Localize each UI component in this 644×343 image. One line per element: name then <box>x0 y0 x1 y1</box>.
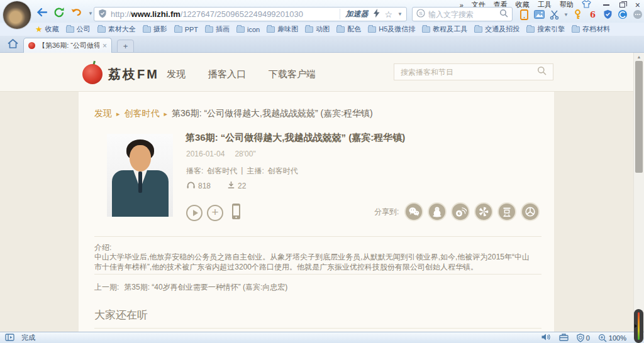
subscribe-button[interactable]: + <box>207 205 223 221</box>
download-count: 22 <box>238 182 246 190</box>
breadcrumb-discover-link[interactable]: 发现 <box>94 108 112 119</box>
sidebar-toggle-icon[interactable] <box>5 333 15 343</box>
tab-close-icon[interactable]: × <box>103 41 107 50</box>
scroll-position-widget[interactable] <box>634 309 643 343</box>
description-label: 介绍: <box>94 242 111 253</box>
site-nav: 发现播客入口下载客户端 <box>167 68 316 80</box>
podcast-link[interactable]: 创客时代 <box>207 166 237 177</box>
bookmark-folder[interactable]: 交通及招投 <box>474 24 519 34</box>
bookmark-folder[interactable]: 摄影 <box>143 24 167 34</box>
toolbox-icon[interactable] <box>559 333 569 342</box>
zoom-control[interactable]: 100% <box>598 334 626 342</box>
bookmark-folder[interactable]: 插画 <box>205 24 230 34</box>
scroll-gradient-bar <box>638 312 640 340</box>
sogou-browser-icon[interactable] <box>617 9 629 21</box>
site-search-magnifier-icon[interactable] <box>537 66 547 78</box>
quick-search-box[interactable]: S <box>412 7 513 21</box>
scrollbar-thumb[interactable] <box>635 61 643 173</box>
undo-button[interactable] <box>70 8 82 19</box>
lightning-icon[interactable] <box>374 9 380 19</box>
more-tools-icon[interactable] <box>632 9 644 21</box>
share-qq-icon[interactable] <box>428 202 447 221</box>
episode-meta: 2016-01-04 28'00" <box>186 150 256 158</box>
password-key-icon[interactable] <box>572 9 584 21</box>
bookmark-folder[interactable]: icon <box>236 24 260 34</box>
host-link[interactable]: 创客时代 <box>268 166 298 177</box>
new-tab-button[interactable]: + <box>117 40 134 53</box>
site-nav-item[interactable]: 播客入口 <box>208 68 246 80</box>
site-logo-text[interactable]: 荔枝FM <box>108 66 159 83</box>
home-button[interactable] <box>7 38 19 52</box>
previous-episode-link[interactable]: 第35期: “40岁再创业需要一种情怀” (嘉宾:向忠宏) <box>124 282 287 293</box>
ad-block-counter[interactable]: 0 <box>577 334 590 342</box>
share-wechat-icon[interactable] <box>404 202 423 221</box>
folder-icon <box>305 26 313 33</box>
send-to-phone-icon[interactable] <box>518 9 530 21</box>
refresh-button[interactable] <box>53 7 65 20</box>
status-text: 完成 <box>21 333 35 342</box>
security-shield-icon[interactable] <box>602 9 614 21</box>
folder-icon <box>143 26 151 33</box>
share-bar: 分享到: <box>374 202 540 221</box>
bookmark-folder[interactable]: PPT <box>174 24 198 34</box>
clipper-scissors-icon[interactable] <box>548 9 560 21</box>
divider <box>94 274 541 275</box>
share-weibo-icon[interactable] <box>451 202 470 221</box>
favorite-dropdown-icon[interactable]: ▼ <box>397 11 402 17</box>
share-douban-icon[interactable] <box>497 202 516 221</box>
guest-photo <box>107 134 173 217</box>
site-security-shield-icon[interactable] <box>98 9 107 20</box>
bookmark-folder-label: 搜索引擎 <box>537 24 565 34</box>
bookmark-folder[interactable]: H5及微信排 <box>368 24 415 34</box>
bookmark-folder-label: 教程及工具 <box>433 24 467 34</box>
share-qzone-icon[interactable] <box>474 202 493 221</box>
breadcrumb-podcast-link[interactable]: 创客时代 <box>125 108 160 119</box>
mobile-listen-button[interactable] <box>230 202 242 224</box>
minimize-button[interactable] <box>603 4 609 6</box>
accelerator-link[interactable]: 加速器 <box>346 9 369 19</box>
speaker-icon[interactable] <box>541 333 551 342</box>
site-nav-item[interactable]: 发现 <box>167 68 186 80</box>
bookmark-folder[interactable]: 存档材料 <box>572 24 610 34</box>
bookmark-folder-label: 插画 <box>216 24 230 34</box>
lizhi-logo-icon[interactable] <box>82 62 103 84</box>
active-tab[interactable]: 【第36期: “公司做得越 × <box>23 38 112 53</box>
bookmark-folder[interactable]: 配色 <box>336 24 361 34</box>
bookmark-folder[interactable]: 教程及工具 <box>422 24 467 34</box>
share-renren-icon[interactable] <box>521 202 540 221</box>
favorite-star-icon[interactable]: ☆ <box>385 10 393 19</box>
bookmark-folder[interactable]: 动图 <box>305 24 330 34</box>
quick-search-magnifier-icon[interactable] <box>499 9 508 20</box>
bookmark-folder-label: 动图 <box>316 24 330 34</box>
undo-dropdown-icon[interactable]: ▼ <box>88 11 93 16</box>
episode-title: 第36期: “公司做得越大,我越战战兢兢” (嘉宾:程华镇) <box>186 132 405 144</box>
extension-badge-icon[interactable]: 6 <box>587 9 599 21</box>
bookmark-folder[interactable]: 公司 <box>66 24 91 34</box>
user-avatar[interactable] <box>3 1 31 29</box>
bookmark-folder-label: H5及微信排 <box>379 24 415 34</box>
clipper-dropdown-icon[interactable]: ▼ <box>564 12 569 18</box>
favorites-button[interactable]: ★ 收藏 <box>35 24 59 34</box>
site-search-input[interactable] <box>401 68 533 77</box>
podcast-host-row: 播客: 创客时代 | 主播: 创客时代 <box>186 166 298 177</box>
nav-buttons: ▼ <box>36 7 93 20</box>
bookmark-folder-label: PPT <box>185 26 198 33</box>
bookmark-folder[interactable]: 搜索引擎 <box>526 24 565 34</box>
site-search-box[interactable] <box>394 63 553 80</box>
address-bar[interactable]: http://www.lizhi.fm/1227647/250965224949… <box>94 7 407 21</box>
share-label: 分享到: <box>374 207 399 217</box>
breadcrumb-arrow-icon: ▸ <box>164 110 168 118</box>
back-button[interactable] <box>36 7 48 20</box>
folder-icon <box>205 26 213 33</box>
page-scrollbar[interactable]: ▲ <box>633 53 644 332</box>
bookmark-folder[interactable]: 素材大全 <box>97 24 136 34</box>
screenshot-image-icon[interactable] <box>533 9 545 21</box>
bookmark-folder[interactable]: 趣味图 <box>267 24 298 34</box>
folder-icon <box>66 26 74 33</box>
scroll-up-icon[interactable]: ▲ <box>634 55 644 59</box>
quick-search-input[interactable] <box>428 10 496 19</box>
site-nav-item[interactable]: 下载客户端 <box>269 68 316 80</box>
play-button[interactable] <box>186 205 203 221</box>
browser-toolbar: ▼ 6 <box>518 7 644 22</box>
folder-icon <box>474 26 482 33</box>
